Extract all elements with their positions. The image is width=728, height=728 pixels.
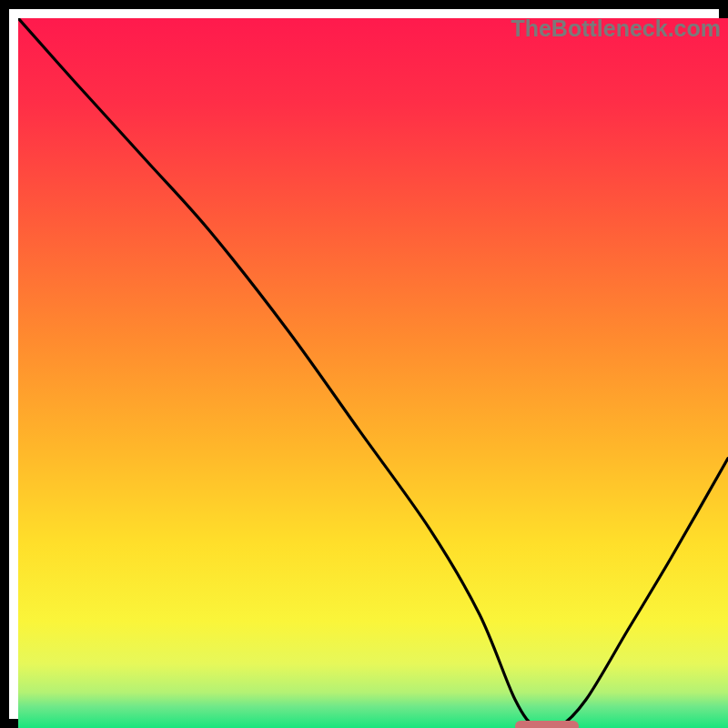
bottleneck-curve [18, 18, 728, 728]
chart-frame: TheBottleneck.com [0, 0, 728, 728]
optimal-range-marker [515, 721, 579, 728]
watermark-text: TheBottleneck.com [511, 18, 721, 42]
plot-area: TheBottleneck.com [18, 18, 728, 728]
